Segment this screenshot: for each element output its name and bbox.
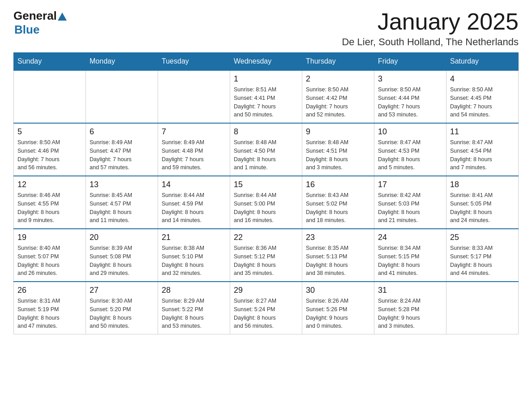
day-number: 22 [234,233,298,242]
day-info: Sunrise: 8:38 AM Sunset: 5:10 PM Dayligh… [162,244,226,278]
calendar-day-cell: 5Sunrise: 8:50 AM Sunset: 4:46 PM Daylig… [14,123,86,176]
day-info: Sunrise: 8:39 AM Sunset: 5:08 PM Dayligh… [90,244,154,278]
day-info: Sunrise: 8:29 AM Sunset: 5:22 PM Dayligh… [162,297,226,330]
calendar-day-cell [86,70,158,123]
day-number: 6 [90,127,154,137]
day-number: 24 [378,233,442,242]
calendar-day-cell [446,282,519,334]
day-number: 18 [450,180,515,189]
calendar-day-cell: 14Sunrise: 8:44 AM Sunset: 4:59 PM Dayli… [158,176,230,229]
calendar-day-cell: 18Sunrise: 8:41 AM Sunset: 5:05 PM Dayli… [446,176,519,229]
day-info: Sunrise: 8:50 AM Sunset: 4:44 PM Dayligh… [378,86,442,119]
day-info: Sunrise: 8:27 AM Sunset: 5:24 PM Dayligh… [234,297,298,330]
calendar-day-cell: 10Sunrise: 8:47 AM Sunset: 4:53 PM Dayli… [374,123,446,176]
day-number: 4 [450,74,515,84]
title-area: January 2025 De Lier, South Holland, The… [342,9,519,48]
day-number: 17 [378,180,442,189]
day-of-week-header: Friday [374,53,446,71]
calendar-day-cell: 31Sunrise: 8:24 AM Sunset: 5:28 PM Dayli… [374,282,446,334]
day-info: Sunrise: 8:49 AM Sunset: 4:47 PM Dayligh… [90,138,154,172]
calendar-day-cell: 27Sunrise: 8:30 AM Sunset: 5:20 PM Dayli… [86,282,158,334]
day-info: Sunrise: 8:40 AM Sunset: 5:07 PM Dayligh… [17,244,82,278]
day-of-week-header: Sunday [14,53,86,71]
day-info: Sunrise: 8:36 AM Sunset: 5:12 PM Dayligh… [234,244,298,278]
day-info: Sunrise: 8:30 AM Sunset: 5:20 PM Dayligh… [90,297,154,330]
logo-triangle-icon [58,13,67,21]
calendar-day-cell: 12Sunrise: 8:46 AM Sunset: 4:55 PM Dayli… [14,176,86,229]
calendar-day-cell: 2Sunrise: 8:50 AM Sunset: 4:42 PM Daylig… [302,70,374,123]
calendar-day-cell: 25Sunrise: 8:33 AM Sunset: 5:17 PM Dayli… [446,229,519,282]
day-info: Sunrise: 8:46 AM Sunset: 4:55 PM Dayligh… [17,191,82,225]
calendar-day-cell: 15Sunrise: 8:44 AM Sunset: 5:00 PM Dayli… [230,176,302,229]
day-info: Sunrise: 8:51 AM Sunset: 4:41 PM Dayligh… [234,86,298,119]
calendar-day-cell: 16Sunrise: 8:43 AM Sunset: 5:02 PM Dayli… [302,176,374,229]
day-info: Sunrise: 8:49 AM Sunset: 4:48 PM Dayligh… [162,138,226,172]
day-info: Sunrise: 8:47 AM Sunset: 4:53 PM Dayligh… [378,138,442,172]
day-number: 30 [306,286,370,295]
calendar-day-cell: 3Sunrise: 8:50 AM Sunset: 4:44 PM Daylig… [374,70,446,123]
day-number: 15 [234,180,298,189]
logo-blue-text: Blue [14,23,39,36]
day-number: 21 [162,233,226,242]
logo: General Blue [13,9,67,37]
calendar-week-row: 5Sunrise: 8:50 AM Sunset: 4:46 PM Daylig… [14,123,519,176]
calendar-day-cell: 8Sunrise: 8:48 AM Sunset: 4:50 PM Daylig… [230,123,302,176]
month-year-title: January 2025 [342,9,519,34]
day-info: Sunrise: 8:26 AM Sunset: 5:26 PM Dayligh… [306,297,370,330]
calendar-day-cell: 29Sunrise: 8:27 AM Sunset: 5:24 PM Dayli… [230,282,302,334]
day-number: 29 [234,286,298,295]
day-number: 23 [306,233,370,242]
calendar-week-row: 12Sunrise: 8:46 AM Sunset: 4:55 PM Dayli… [14,176,519,229]
calendar-day-cell: 6Sunrise: 8:49 AM Sunset: 4:47 PM Daylig… [86,123,158,176]
day-number: 28 [162,286,226,295]
day-info: Sunrise: 8:31 AM Sunset: 5:19 PM Dayligh… [17,297,82,330]
calendar-day-cell [14,70,86,123]
day-number: 20 [90,233,154,242]
day-number: 25 [450,233,515,242]
day-number: 13 [90,180,154,189]
calendar-day-cell: 4Sunrise: 8:50 AM Sunset: 4:45 PM Daylig… [446,70,519,123]
day-number: 3 [378,74,442,84]
day-number: 11 [450,127,515,137]
calendar-day-cell: 23Sunrise: 8:35 AM Sunset: 5:13 PM Dayli… [302,229,374,282]
calendar-day-cell: 26Sunrise: 8:31 AM Sunset: 5:19 PM Dayli… [14,282,86,334]
day-info: Sunrise: 8:41 AM Sunset: 5:05 PM Dayligh… [450,191,515,225]
day-info: Sunrise: 8:35 AM Sunset: 5:13 PM Dayligh… [306,244,370,278]
day-of-week-header: Tuesday [158,53,230,71]
page-header: General Blue January 2025 De Lier, South… [13,9,519,48]
calendar-day-cell: 7Sunrise: 8:49 AM Sunset: 4:48 PM Daylig… [158,123,230,176]
day-info: Sunrise: 8:47 AM Sunset: 4:54 PM Dayligh… [450,138,515,172]
logo-general-text: General [13,9,57,23]
location-subtitle: De Lier, South Holland, The Netherlands [342,36,519,48]
calendar-day-cell: 17Sunrise: 8:42 AM Sunset: 5:03 PM Dayli… [374,176,446,229]
calendar-day-cell: 22Sunrise: 8:36 AM Sunset: 5:12 PM Dayli… [230,229,302,282]
day-number: 14 [162,180,226,189]
day-info: Sunrise: 8:44 AM Sunset: 4:59 PM Dayligh… [162,191,226,225]
calendar-day-cell: 19Sunrise: 8:40 AM Sunset: 5:07 PM Dayli… [14,229,86,282]
calendar-day-cell: 24Sunrise: 8:34 AM Sunset: 5:15 PM Dayli… [374,229,446,282]
day-of-week-header: Saturday [446,53,519,71]
day-info: Sunrise: 8:50 AM Sunset: 4:45 PM Dayligh… [450,86,515,119]
calendar-day-cell: 30Sunrise: 8:26 AM Sunset: 5:26 PM Dayli… [302,282,374,334]
calendar-header-row: SundayMondayTuesdayWednesdayThursdayFrid… [14,53,519,71]
day-number: 5 [17,127,82,137]
day-info: Sunrise: 8:45 AM Sunset: 4:57 PM Dayligh… [90,191,154,225]
day-info: Sunrise: 8:44 AM Sunset: 5:00 PM Dayligh… [234,191,298,225]
calendar-day-cell: 1Sunrise: 8:51 AM Sunset: 4:41 PM Daylig… [230,70,302,123]
day-number: 12 [17,180,82,189]
day-info: Sunrise: 8:42 AM Sunset: 5:03 PM Dayligh… [378,191,442,225]
day-number: 16 [306,180,370,189]
day-info: Sunrise: 8:43 AM Sunset: 5:02 PM Dayligh… [306,191,370,225]
day-number: 10 [378,127,442,137]
day-number: 7 [162,127,226,137]
day-info: Sunrise: 8:50 AM Sunset: 4:42 PM Dayligh… [306,86,370,119]
calendar-week-row: 19Sunrise: 8:40 AM Sunset: 5:07 PM Dayli… [14,229,519,282]
calendar-day-cell: 9Sunrise: 8:48 AM Sunset: 4:51 PM Daylig… [302,123,374,176]
day-info: Sunrise: 8:34 AM Sunset: 5:15 PM Dayligh… [378,244,442,278]
day-number: 31 [378,286,442,295]
day-number: 19 [17,233,82,242]
calendar-week-row: 26Sunrise: 8:31 AM Sunset: 5:19 PM Dayli… [14,282,519,334]
calendar-day-cell: 11Sunrise: 8:47 AM Sunset: 4:54 PM Dayli… [446,123,519,176]
calendar-day-cell: 20Sunrise: 8:39 AM Sunset: 5:08 PM Dayli… [86,229,158,282]
calendar-day-cell: 21Sunrise: 8:38 AM Sunset: 5:10 PM Dayli… [158,229,230,282]
